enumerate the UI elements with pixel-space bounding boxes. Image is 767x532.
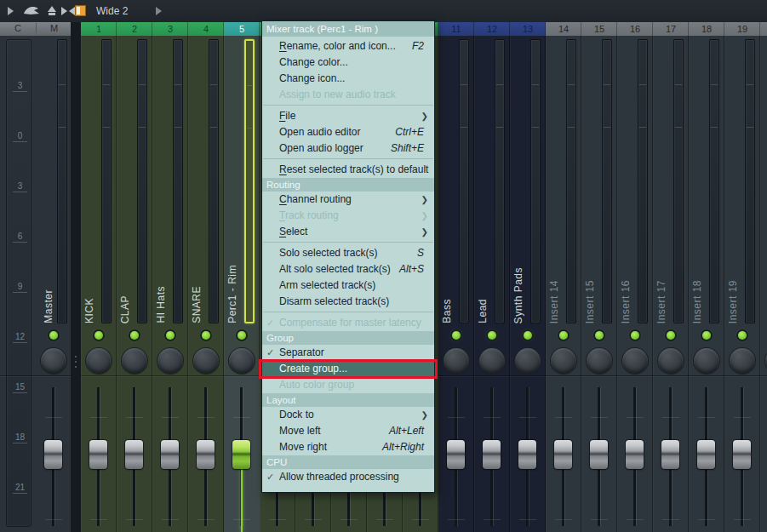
current-column-label[interactable]: C [0, 23, 36, 33]
mixer-track-13[interactable]: 13Synth Pads [510, 22, 546, 532]
pan-knob[interactable] [587, 348, 612, 374]
pan-knob[interactable] [229, 348, 255, 374]
play-to-marker-icon[interactable] [60, 3, 77, 19]
track-number[interactable]: 20 [760, 22, 767, 36]
mixer-track-15[interactable]: 15Insert 15 [581, 22, 617, 532]
pan-knob[interactable] [515, 348, 541, 374]
pan-knob[interactable] [122, 348, 147, 374]
mixer-view-label[interactable]: Wide 2 [96, 5, 128, 17]
volume-fader[interactable] [733, 440, 751, 469]
expand-arrow-icon[interactable] [156, 7, 162, 15]
mixer-track-17[interactable]: 17Insert 17 [653, 22, 689, 532]
mute-led[interactable] [94, 331, 103, 340]
upload-icon[interactable] [45, 3, 59, 19]
track-number[interactable]: 12 [474, 22, 510, 36]
menu-item-arm-selected-track-s[interactable]: Arm selected track(s) [262, 277, 434, 294]
volume-fader[interactable] [483, 440, 501, 469]
track-number[interactable]: 17 [653, 22, 689, 36]
menu-item-disarm-selected-track-s[interactable]: Disarm selected track(s) [262, 294, 434, 310]
menu-item-move-right[interactable]: Move rightAlt+Right [262, 439, 434, 455]
volume-fader[interactable] [518, 440, 536, 469]
pan-knob[interactable] [551, 348, 576, 374]
track-number[interactable]: 18 [689, 22, 724, 36]
mixer-track-11[interactable]: 11Bass [438, 22, 474, 532]
pan-knob[interactable] [444, 348, 469, 374]
track-number[interactable]: 4 [188, 22, 224, 36]
mute-led[interactable] [667, 331, 675, 340]
mixer-track-2[interactable]: 2CLAP [117, 22, 152, 532]
dock-splitter[interactable] [71, 22, 81, 532]
mute-led[interactable] [631, 331, 639, 340]
volume-fader[interactable] [125, 440, 143, 469]
mute-led[interactable] [738, 331, 747, 340]
pan-knob[interactable] [157, 348, 183, 374]
volume-fader[interactable] [232, 440, 250, 469]
mute-led[interactable] [524, 331, 532, 340]
mixer-track-3[interactable]: 3HI Hats [152, 22, 188, 532]
menu-item-create-group[interactable]: Create group... [262, 361, 434, 377]
volume-fader[interactable] [554, 440, 572, 469]
dock-window-icon[interactable] [75, 5, 86, 16]
menu-item-alt-solo-selected-track-s[interactable]: Alt solo selected track(s)Alt+S [262, 261, 434, 277]
volume-fader[interactable] [590, 440, 608, 469]
menu-item-reset-selected-track-s-to-default[interactable]: Reset selected track(s) to default [262, 162, 434, 178]
menu-item-solo-selected-track-s[interactable]: Solo selected track(s)S [262, 245, 434, 261]
master-column-label[interactable]: M [36, 23, 72, 33]
pan-knob[interactable] [86, 348, 112, 374]
mixer-track-1[interactable]: 1KICK [81, 22, 117, 532]
volume-fader[interactable] [661, 440, 679, 469]
pan-knob[interactable] [193, 348, 219, 374]
pan-knob[interactable] [479, 348, 505, 374]
menu-item-channel-routing[interactable]: Channel routing❯ [262, 192, 434, 208]
mute-led[interactable] [130, 331, 139, 340]
menu-item-file[interactable]: File❯ [262, 108, 434, 124]
track-number[interactable]: 3 [152, 22, 188, 36]
mute-led[interactable] [49, 331, 58, 340]
menu-item-rename-color-and-icon[interactable]: Rename, color and icon...F2 [262, 38, 434, 54]
track-number[interactable]: 5 [224, 22, 260, 36]
pan-knob[interactable] [622, 348, 648, 374]
track-number[interactable]: 19 [724, 22, 760, 36]
menu-item-move-left[interactable]: Move leftAlt+Left [262, 423, 434, 439]
volume-fader[interactable] [89, 440, 107, 469]
track-number[interactable]: 11 [438, 22, 474, 36]
menu-item-select[interactable]: Select❯ [262, 224, 434, 240]
menu-item-change-icon[interactable]: Change icon... [262, 71, 434, 87]
mute-led[interactable] [595, 331, 604, 340]
menu-item-change-color[interactable]: Change color... [262, 54, 434, 71]
volume-fader[interactable] [697, 440, 715, 469]
track-number[interactable]: 14 [546, 22, 581, 36]
pan-knob[interactable] [41, 348, 66, 374]
track-number[interactable]: 13 [510, 22, 546, 36]
pan-knob[interactable] [658, 348, 684, 374]
volume-fader[interactable] [44, 440, 62, 469]
volume-fader[interactable] [447, 440, 465, 469]
mixer-track-5[interactable]: 5Perc1 - Rim [224, 22, 260, 532]
menu-item-allow-threaded-processing[interactable]: ✓Allow threaded processing [262, 469, 434, 485]
mute-led[interactable] [202, 331, 210, 340]
menu-item-open-audio-logger[interactable]: Open audio loggerShift+E [262, 140, 434, 157]
mixer-track-19[interactable]: 19Insert 19 [724, 22, 760, 532]
mute-led[interactable] [238, 331, 246, 340]
volume-fader[interactable] [626, 440, 644, 469]
menu-item-separator[interactable]: ✓Separator [262, 345, 434, 361]
mute-led[interactable] [702, 331, 711, 340]
menu-item-open-audio-editor[interactable]: Open audio editorCtrl+E [262, 124, 434, 140]
track-number[interactable]: 1 [81, 22, 117, 36]
mixer-track-14[interactable]: 14Insert 14 [546, 22, 581, 532]
collapse-arrow-icon[interactable] [8, 7, 14, 15]
mixer-track-12[interactable]: 12Lead [474, 22, 510, 532]
mixer-track-20[interactable]: 20 [760, 22, 767, 532]
track-number[interactable]: 16 [617, 22, 653, 36]
mute-led[interactable] [452, 331, 461, 340]
menu-item-dock-to[interactable]: Dock to❯ [262, 407, 434, 423]
volume-fader[interactable] [161, 440, 179, 469]
slide-gesture-icon[interactable] [22, 3, 41, 19]
mixer-track-16[interactable]: 16Insert 16 [617, 22, 653, 532]
pan-knob[interactable] [694, 348, 719, 374]
track-number[interactable]: 2 [117, 22, 152, 36]
mute-led[interactable] [559, 331, 568, 340]
pan-knob[interactable] [730, 348, 755, 374]
mute-led[interactable] [166, 331, 175, 340]
mute-led[interactable] [488, 331, 496, 340]
